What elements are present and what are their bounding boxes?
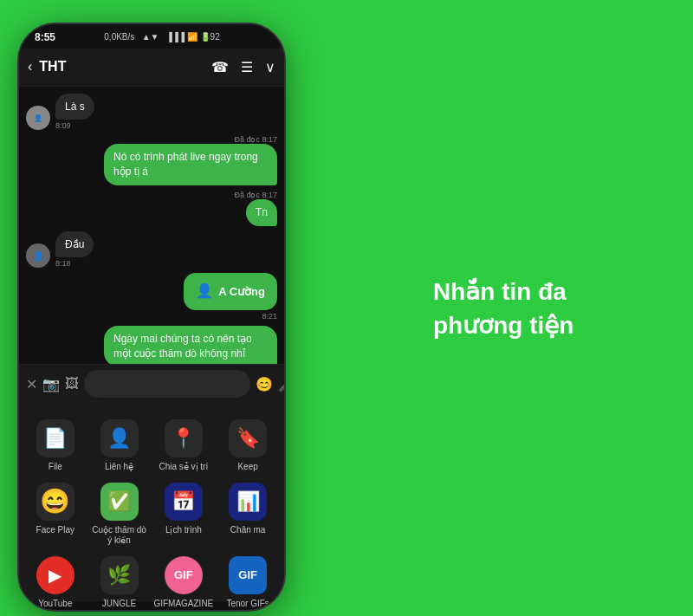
message-group: Là s 8:09: [55, 94, 94, 131]
app-label-tenor: Tenor GIFs: [226, 599, 269, 609]
jungle-icon: 🌿: [100, 556, 139, 594]
avatar: 👤: [26, 243, 50, 268]
app-label-gifmag: GIFMAGAZINE: [153, 599, 213, 609]
more-icon[interactable]: ∨: [265, 59, 275, 75]
message-bubble: Tn: [246, 199, 277, 226]
app-item-contact[interactable]: 👤 Liên hệ: [88, 412, 151, 474]
message-group: Đã đọc 8:17 Nó có trình phát live ngay t…: [104, 135, 277, 185]
app-item-jungle[interactable]: 🌿 JUNGLE PANG: [88, 549, 151, 612]
status-time: 8:55: [35, 31, 55, 43]
camera-icon[interactable]: 📷: [42, 376, 60, 392]
app-label-youtube: YouTube: [38, 599, 72, 609]
table-row: 👤 Đầu 8:18: [26, 231, 277, 269]
app-label-contact: Liên hệ: [105, 462, 133, 472]
read-receipt: Đã đọc 8:17: [234, 135, 277, 144]
app-label-file: File: [49, 462, 62, 472]
app-item-survey[interactable]: ✅ Cuộc thăm dò ý kiến: [88, 476, 151, 548]
message-bubble: Nó có trình phát live ngay trong hộp tị …: [104, 144, 277, 185]
message-group: Ngày mai chúng ta có nên tạo một cuộc th…: [104, 326, 277, 364]
msg-time: 8:09: [55, 121, 71, 130]
app-label-chanma: Chân ma: [230, 525, 266, 535]
mic-icon[interactable]: 🎤: [278, 376, 286, 392]
contact-name: A Cường: [218, 284, 265, 300]
chat-area: 👤 Là s 8:09 Đã đọc 8:17 Nó có trình phát…: [19, 87, 284, 364]
message-group: 👤 A Cường 8:21: [184, 273, 277, 320]
avatar: 👤: [26, 106, 50, 130]
app-item-faceplay[interactable]: 😄 Face Play: [24, 476, 87, 548]
app-label-schedule: Lịch trình: [165, 525, 202, 535]
message-group: Đầu 8:18: [55, 231, 94, 269]
person-icon: 👤: [196, 282, 213, 301]
message-group: Đã đọc 8:17 Tn: [234, 191, 277, 226]
keep-icon: 🔖: [229, 419, 267, 457]
app-grid: 📄 File 👤 Liên hệ 📍 Chia sẻ vị trí 🔖 Keep…: [19, 404, 284, 601]
contact-icon: 👤: [100, 419, 139, 457]
read-receipt: Đã đọc 8:17: [234, 191, 277, 199]
schedule-icon: 📅: [165, 483, 203, 521]
note-icon[interactable]: ☰: [241, 59, 253, 75]
gallery-icon[interactable]: 🖼: [65, 376, 79, 392]
status-network: 0,0KB/s ▲▼ ▐▐▐ 📶 🔋92: [104, 32, 219, 42]
app-item-schedule[interactable]: 📅 Lịch trình: [152, 476, 215, 548]
app-item-keep[interactable]: 🔖 Keep: [217, 412, 279, 474]
app-item-file[interactable]: 📄 File: [24, 412, 87, 474]
app-label-faceplay: Face Play: [36, 525, 74, 535]
youtube-icon: ▶: [36, 556, 74, 594]
app-label-location: Chia sẻ vị trí: [159, 462, 208, 472]
contact-card-bubble: 👤 A Cường: [184, 273, 277, 309]
survey-icon: ✅: [100, 483, 139, 521]
app-label-survey: Cuộc thăm dò ý kiến: [90, 525, 149, 546]
close-icon[interactable]: ✕: [26, 376, 37, 392]
table-row: 👤 A Cường 8:21: [26, 273, 277, 320]
table-row: 👤 Là s 8:09: [26, 94, 277, 131]
app-item-tenor[interactable]: GIF Tenor GIFs: [217, 549, 279, 612]
table-row: Ngày mai chúng ta có nên tạo một cuộc th…: [26, 326, 277, 364]
app-label-keep: Keep: [237, 462, 257, 472]
phone-shell: 8:55 0,0KB/s ▲▼ ▐▐▐ 📶 🔋92 ‹ THT ☎ ☰ ∨ 👤 …: [17, 23, 286, 612]
chat-title: THT: [39, 59, 204, 75]
file-icon: 📄: [36, 419, 74, 457]
chat-header: ‹ THT ☎ ☰ ∨: [19, 49, 284, 87]
tenor-icon: GIF: [229, 556, 267, 594]
location-icon: 📍: [165, 419, 203, 457]
faceplay-icon: 😄: [36, 483, 74, 521]
table-row: Đã đọc 8:17 Tn: [26, 191, 277, 226]
msg-time: 8:18: [55, 259, 71, 268]
message-bubble: Là s: [55, 94, 94, 120]
call-icon[interactable]: ☎: [211, 59, 229, 75]
status-bar: 8:55 0,0KB/s ▲▼ ▐▐▐ 📶 🔋92: [19, 24, 284, 49]
message-input[interactable]: [84, 370, 250, 398]
emoji-icon[interactable]: 😊: [256, 376, 273, 392]
app-item-location[interactable]: 📍 Chia sẻ vị trí: [152, 412, 215, 474]
msg-time: 8:21: [262, 312, 277, 321]
gifmag-icon: GIF: [165, 556, 203, 594]
message-bubble: Đầu: [55, 231, 94, 258]
app-item-chanma[interactable]: 📊 Chân ma: [217, 476, 279, 548]
message-bubble: Ngày mai chúng ta có nên tạo một cuộc th…: [104, 326, 277, 364]
tagline: Nhắn tin đa phương tiện: [433, 274, 641, 341]
header-actions: ☎ ☰ ∨: [211, 59, 275, 75]
app-label-jungle: JUNGLE PANG: [90, 599, 149, 612]
app-item-youtube[interactable]: ▶ YouTube: [24, 549, 87, 612]
back-button[interactable]: ‹: [28, 59, 32, 75]
chanma-icon: 📊: [229, 483, 267, 521]
input-area: ✕ 📷 🖼 😊 🎤: [19, 364, 284, 404]
table-row: Đã đọc 8:17 Nó có trình phát live ngay t…: [26, 135, 277, 185]
app-item-gifmag[interactable]: GIF GIFMAGAZINE: [152, 549, 215, 612]
